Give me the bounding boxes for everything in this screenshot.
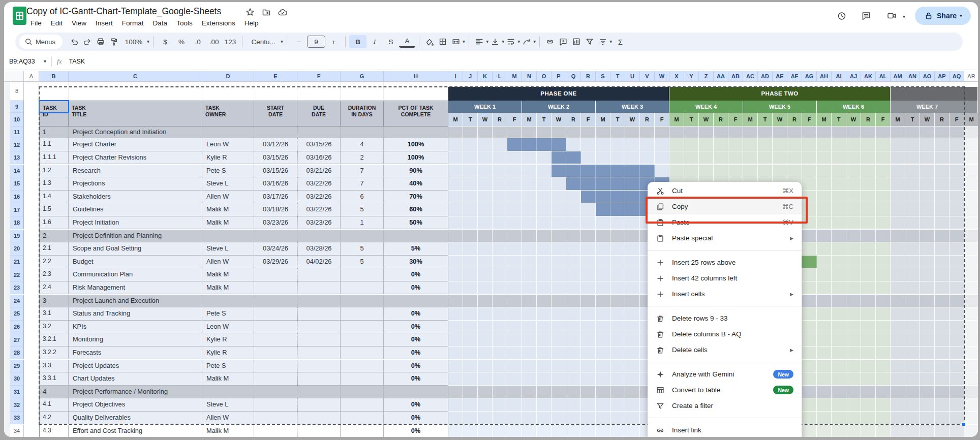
table-cell-E25[interactable]	[254, 307, 297, 321]
table-cell-F18[interactable]: 03/23/26	[297, 216, 341, 230]
gantt-cells[interactable]	[448, 347, 669, 360]
column-header-AF[interactable]: AF	[787, 71, 802, 82]
table-cell-E14[interactable]: 03/15/26	[254, 165, 297, 178]
table-cell-E13[interactable]: 03/15/26	[254, 151, 297, 165]
table-cell-H15[interactable]: 40%	[384, 177, 448, 191]
menu-item-insert-42-columns-left[interactable]: Insert 42 columns left	[648, 270, 802, 286]
table-cell-B20[interactable]: 2.1	[39, 242, 69, 256]
gantt-cells[interactable]	[448, 425, 669, 437]
column-header-L[interactable]: L	[493, 71, 507, 82]
table-cell-D25[interactable]: Pete S	[202, 307, 254, 321]
table-cell-E31[interactable]	[254, 386, 297, 399]
table-cell-D22[interactable]: Malik M	[202, 268, 254, 281]
table-cell-H26[interactable]: 0%	[384, 321, 448, 334]
table-cell-C29[interactable]: Project Updates	[69, 360, 202, 373]
table-cell-F25[interactable]	[297, 307, 341, 321]
table-cell-F16[interactable]: 03/22/26	[297, 191, 341, 204]
table-cell-F11[interactable]	[297, 127, 341, 138]
table-cell-E21[interactable]: 03/29/26	[254, 256, 297, 269]
table-cell-G19[interactable]	[341, 230, 384, 243]
table-cell-G15[interactable]: 7	[341, 177, 384, 191]
column-header-Q[interactable]: Q	[566, 71, 581, 82]
table-cell-D24[interactable]	[202, 295, 254, 308]
table-cell-F31[interactable]	[297, 386, 341, 399]
table-cell-G11[interactable]	[341, 127, 384, 138]
table-cell-C24[interactable]: Project Launch and Execution	[69, 295, 202, 308]
gantt-cells[interactable]	[891, 151, 964, 165]
column-header-K[interactable]: K	[478, 71, 493, 82]
grid-corner-box[interactable]	[4, 71, 24, 82]
column-header-AR[interactable]: AR	[964, 71, 978, 82]
row-header-32[interactable]: 32	[10, 398, 24, 412]
gantt-cells[interactable]	[964, 412, 978, 425]
table-cell-G30[interactable]	[341, 372, 384, 386]
table-cell-E27[interactable]	[254, 333, 297, 347]
table-cell-B32[interactable]: 4.1	[39, 398, 69, 412]
table-cell-C23[interactable]: Risk Management	[69, 281, 202, 295]
column-header-G[interactable]: G	[341, 71, 384, 82]
table-cell-D13[interactable]: Kylie R	[202, 151, 254, 165]
gantt-cells[interactable]	[891, 256, 964, 269]
table-cell-D34[interactable]: Malik M	[202, 425, 254, 437]
gantt-bar-row12[interactable]	[507, 138, 566, 151]
gantt-cells[interactable]	[964, 425, 978, 437]
gantt-cells[interactable]	[964, 165, 978, 178]
gantt-cells[interactable]	[891, 138, 964, 151]
gantt-cells[interactable]	[891, 268, 964, 281]
column-header-J[interactable]: J	[463, 71, 478, 82]
table-cell-B18[interactable]: 1.6	[39, 216, 69, 230]
table-cell-E22[interactable]	[254, 268, 297, 281]
table-cell-E11[interactable]	[254, 127, 297, 138]
gantt-row8-strip[interactable]	[448, 82, 978, 87]
gantt-cells[interactable]	[964, 216, 978, 230]
gantt-cells[interactable]	[891, 127, 964, 138]
row-header-25[interactable]: 25	[10, 307, 24, 321]
column-header-R[interactable]: R	[581, 71, 596, 82]
table-cell-D14[interactable]: Pete S	[202, 165, 254, 178]
table-cell-B16[interactable]: 1.4	[39, 191, 69, 204]
table-cell-B30[interactable]: 3.3.1	[39, 372, 69, 386]
table-cell-B19[interactable]: 2	[39, 230, 69, 243]
table-cell-F15[interactable]: 03/22/26	[297, 177, 341, 191]
gantt-bar-row13[interactable]	[552, 151, 581, 164]
menu-item-delete-cells[interactable]: Delete cells▶	[648, 342, 802, 358]
gantt-cells[interactable]	[964, 230, 978, 243]
row-header-23[interactable]: 23	[10, 281, 24, 295]
column-header-D[interactable]: D	[202, 71, 254, 82]
table-cell-E26[interactable]	[254, 321, 297, 334]
gantt-cells[interactable]	[448, 398, 669, 412]
table-cell-F17[interactable]: 03/22/26	[297, 203, 341, 216]
row-header-12[interactable]: 12	[10, 138, 24, 151]
table-cell-F23[interactable]	[297, 281, 341, 295]
table-cell-E30[interactable]	[254, 372, 297, 386]
table-cell-G34[interactable]	[341, 425, 384, 437]
table-cell-C13[interactable]: Project Charter Revisions	[69, 151, 202, 165]
table-cell-C18[interactable]: Project Initiation	[69, 216, 202, 230]
column-header-B[interactable]: B	[39, 71, 69, 82]
table-cell-H16[interactable]: 70%	[384, 191, 448, 204]
column-header-AK[interactable]: AK	[861, 71, 876, 82]
column-header-W[interactable]: W	[655, 71, 669, 82]
table-cell-D11[interactable]	[202, 127, 254, 138]
table-cell-H21[interactable]: 30%	[384, 256, 448, 269]
gantt-cells[interactable]	[891, 333, 964, 347]
table-cell-D28[interactable]: Kylie R	[202, 347, 254, 360]
table-cell-B31[interactable]: 4	[39, 386, 69, 399]
gantt-cells[interactable]	[964, 372, 978, 386]
gantt-cells[interactable]	[448, 127, 669, 138]
gantt-cells[interactable]	[964, 151, 978, 165]
gantt-cells[interactable]	[891, 347, 964, 360]
row-header-11[interactable]: 11	[10, 127, 24, 138]
table-cell-E24[interactable]	[254, 295, 297, 308]
table-cell-C22[interactable]: Communication Plan	[69, 268, 202, 281]
column-header-P[interactable]: P	[552, 71, 566, 82]
table-cell-D20[interactable]: Steve L	[202, 242, 254, 256]
row-header-22[interactable]: 22	[10, 268, 24, 281]
gantt-cells[interactable]	[891, 203, 964, 216]
table-cell-H22[interactable]: 0%	[384, 268, 448, 281]
column-header-N[interactable]: N	[522, 71, 537, 82]
column-header-AG[interactable]: AG	[802, 71, 817, 82]
gantt-cells[interactable]	[891, 165, 964, 178]
menu-item-insert-cells[interactable]: Insert cells▶	[648, 286, 802, 302]
row-header-14[interactable]: 14	[10, 165, 24, 178]
